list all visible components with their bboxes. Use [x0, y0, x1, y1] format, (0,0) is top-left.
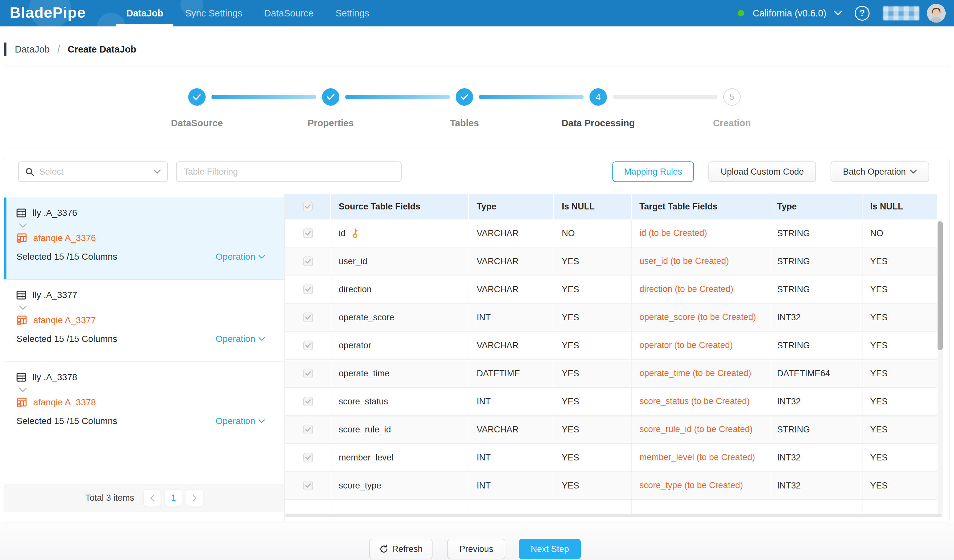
source-field-cell: operator	[331, 331, 469, 359]
target-field-cell: score_rule_id (to be Created)	[632, 416, 769, 443]
selected-columns-info: Selected 15 /15 Columns	[16, 416, 117, 426]
main-nav: DataJob Sync Settings DataSource Setting…	[126, 0, 369, 26]
source-field-cell: score_rule_id	[331, 416, 469, 443]
source-type-cell: INT	[469, 472, 554, 499]
table-pairs-sidebar: lly .A_3376 afanqie A_3376 Selected 15 /…	[4, 194, 285, 522]
target-isnull-cell: YES	[862, 275, 937, 303]
region-version-label[interactable]: California (v0.6.0)	[753, 8, 826, 19]
vertical-scrollbar-thumb[interactable]	[938, 221, 943, 350]
chevron-down-icon	[154, 170, 161, 174]
target-isnull-cell: YES	[862, 247, 937, 275]
region-chevron-down-icon[interactable]	[834, 11, 842, 16]
target-type-cell: STRING	[769, 416, 862, 443]
batch-operation-button[interactable]: Batch Operation	[831, 162, 929, 182]
source-type-cell: VARCHAR	[469, 219, 554, 247]
source-table-name: lly .A_3377	[33, 290, 77, 300]
row-checkbox-cell	[285, 303, 331, 331]
operation-dropdown[interactable]: Operation	[216, 252, 265, 262]
table-row: operate_time DATETIME YES operate_time (…	[285, 359, 937, 387]
target-table-name: afanqie A_3376	[33, 233, 96, 243]
nav-tab[interactable]: Settings	[335, 0, 369, 26]
row-checkbox[interactable]	[303, 369, 313, 378]
operation-label: Operation	[216, 416, 255, 426]
row-checkbox[interactable]	[303, 285, 313, 294]
step-2-label: Properties	[276, 118, 385, 129]
column-header: Is NULL	[862, 194, 937, 219]
row-checkbox[interactable]	[303, 397, 313, 406]
column-header: Source Table Fields	[331, 194, 469, 219]
row-checkbox[interactable]	[303, 453, 313, 462]
row-checkbox[interactable]	[303, 257, 313, 266]
step-3-circle	[456, 88, 473, 106]
target-type-cell: INT32	[769, 444, 862, 471]
target-field-cell: id (to be Created)	[632, 219, 769, 247]
row-checkbox-cell	[285, 219, 331, 247]
row-checkbox[interactable]	[303, 313, 313, 322]
row-checkbox[interactable]	[303, 481, 313, 490]
operation-dropdown[interactable]: Operation	[216, 416, 265, 426]
next-page-button[interactable]	[186, 490, 203, 507]
prev-page-button[interactable]	[144, 490, 161, 507]
refresh-button[interactable]: Refresh	[369, 539, 433, 559]
source-field-cell: score_status	[331, 387, 469, 415]
step-connector	[211, 95, 316, 99]
mapping-table-body: id VARCHAR NO id (to be Created) STRING …	[285, 219, 937, 500]
user-avatar[interactable]	[927, 4, 946, 23]
mapping-rules-button[interactable]: Mapping Rules	[613, 162, 694, 182]
primary-key-icon	[349, 227, 361, 240]
nav-tab[interactable]: DataSource	[264, 0, 313, 26]
page-number-button[interactable]: 1	[165, 490, 182, 507]
help-icon[interactable]: ?	[855, 6, 870, 20]
source-field-name: score_rule_id	[339, 425, 391, 435]
table-row: operate_score INT YES operate_score (to …	[285, 303, 937, 331]
source-field-cell: direction	[331, 275, 469, 303]
row-checkbox[interactable]	[303, 229, 313, 238]
row-checkbox[interactable]	[303, 341, 313, 350]
target-type-cell: STRING	[769, 247, 862, 275]
operation-dropdown[interactable]: Operation	[216, 334, 265, 344]
target-isnull-cell: YES	[862, 359, 937, 387]
source-field-cell: id	[331, 219, 469, 247]
nav-tab[interactable]: Sync Settings	[185, 0, 242, 26]
app-root: BladePipe DataJob Sync Settings DataSour…	[0, 0, 954, 560]
chevron-right-icon	[193, 495, 196, 501]
source-field-cell: user_id	[331, 247, 469, 275]
table-pair-item[interactable]: lly .A_3378 afanqie A_3378 Selected 15 /…	[4, 362, 284, 444]
table-pair-item[interactable]: lly .A_3377 afanqie A_3377 Selected 15 /…	[4, 280, 284, 362]
mapping-table-header: Source Table Fields Type Is NULL Target …	[285, 194, 937, 219]
app-logo[interactable]: BladePipe	[10, 3, 86, 21]
target-type-cell: STRING	[769, 275, 862, 303]
source-field-name: operate_time	[339, 369, 390, 379]
operation-label: Operation	[216, 252, 255, 262]
upload-custom-code-button[interactable]: Upload Custom Code	[708, 162, 816, 182]
source-field-name: direction	[339, 285, 372, 294]
source-isnull-cell: YES	[554, 275, 632, 303]
breadcrumb-parent[interactable]: DataJob	[15, 44, 50, 55]
horizontal-scrollbar-track[interactable]	[285, 514, 942, 517]
table-pair-item[interactable]: lly .A_3376 afanqie A_3376 Selected 15 /…	[4, 198, 284, 280]
header-checkbox-cell	[285, 194, 331, 219]
target-table-name: afanqie A_3378	[33, 397, 96, 408]
top-navbar: BladePipe DataJob Sync Settings DataSour…	[0, 0, 954, 26]
table-select-dropdown[interactable]: Select	[18, 162, 168, 182]
row-checkbox[interactable]	[303, 425, 313, 434]
check-icon	[326, 94, 335, 100]
check-icon	[460, 94, 469, 100]
mapping-arrow-icon	[19, 305, 265, 311]
step-5-label: Creation	[677, 118, 787, 129]
table-row: member_level INT YES member_level (to be…	[285, 444, 937, 472]
chevron-left-icon	[150, 495, 154, 501]
previous-button[interactable]: Previous	[447, 539, 505, 559]
source-type-cell: INT	[469, 387, 554, 415]
target-isnull-cell: YES	[862, 303, 937, 331]
table-row: score_status INT YES score_status (to be…	[285, 387, 937, 416]
target-type-cell: INT32	[769, 303, 862, 331]
wizard-steps-card: 4 5 DataSource Properties Tables Data Pr…	[4, 66, 950, 147]
column-header: Is NULL	[554, 194, 632, 219]
table-row: user_id VARCHAR YES user_id (to be Creat…	[285, 247, 937, 275]
table-filter-input[interactable]	[176, 162, 402, 182]
nav-tab[interactable]: DataJob	[126, 0, 163, 26]
next-step-button[interactable]: Next Step	[519, 539, 581, 559]
target-field-cell: direction (to be Created)	[632, 275, 769, 303]
select-all-checkbox[interactable]	[303, 202, 313, 212]
